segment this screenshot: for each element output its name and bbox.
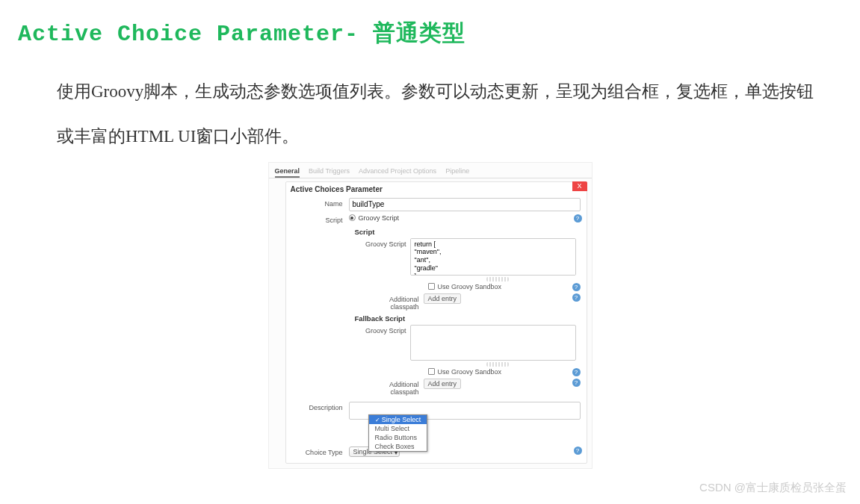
page-heading: Active Choice Parameter- 普通类型: [0, 0, 860, 49]
groovy-script-label: Groovy Script: [364, 238, 411, 248]
fallback-groovy-label: Groovy Script: [364, 325, 411, 335]
dropdown-option-check-boxes[interactable]: Check Boxes: [369, 442, 427, 451]
fallback-script-textarea[interactable]: [410, 325, 575, 361]
sandbox-label: Use Groovy Sandbox: [438, 283, 502, 290]
help-icon[interactable]: ?: [574, 447, 582, 455]
dropdown-option-radio-buttons[interactable]: Radio Buttons: [369, 433, 427, 442]
close-button[interactable]: X: [572, 181, 587, 191]
panel-title: Active Choices Parameter: [286, 182, 587, 196]
intro-paragraph: 使用Groovy脚本，生成动态参数选项值列表。参数可以动态更新，呈现为组合框，复…: [0, 49, 860, 159]
groovy-script-textarea[interactable]: [410, 238, 575, 276]
help-icon[interactable]: ?: [572, 379, 581, 387]
fallback-add-entry-button[interactable]: Add entry: [424, 379, 462, 389]
help-icon[interactable]: ?: [572, 368, 581, 376]
active-choices-panel: X Active Choices Parameter Name Script G…: [285, 181, 587, 464]
add-entry-button[interactable]: Add entry: [424, 293, 462, 304]
radio-groovy-script[interactable]: [349, 214, 356, 221]
help-icon[interactable]: ?: [572, 283, 581, 291]
radio-groovy-label: Groovy Script: [359, 214, 400, 222]
fallback-sandbox-checkbox[interactable]: [428, 368, 435, 375]
dropdown-option-multi-select[interactable]: Multi Select: [369, 424, 427, 433]
help-icon[interactable]: ?: [572, 293, 581, 302]
description-label: Description: [292, 402, 349, 411]
tab-advanced-options[interactable]: Advanced Project Options: [359, 166, 436, 178]
choice-type-label: Choice Type: [292, 447, 349, 456]
choice-type-dropdown-list[interactable]: Single Select Multi Select Radio Buttons…: [368, 414, 428, 452]
config-tabs: General Build Triggers Advanced Project …: [269, 163, 592, 178]
name-input[interactable]: [349, 198, 581, 211]
tab-general[interactable]: General: [275, 166, 300, 178]
classpath-label: Additional classpath: [364, 293, 424, 311]
fallback-classpath-label: Additional classpath: [364, 379, 424, 396]
help-icon[interactable]: ?: [574, 214, 582, 223]
sandbox-checkbox[interactable]: [428, 283, 435, 290]
fallback-section-title: Fallback Script: [355, 312, 576, 323]
tab-build-triggers[interactable]: Build Triggers: [309, 166, 350, 178]
name-label: Name: [292, 198, 349, 208]
fallback-sandbox-label: Use Groovy Sandbox: [438, 368, 502, 376]
script-section-title: Script: [355, 225, 576, 237]
script-label: Script: [292, 214, 349, 224]
dropdown-option-single-select[interactable]: Single Select: [369, 415, 427, 424]
csdn-watermark: CSDN @富士康质检员张全蛋: [699, 481, 847, 495]
jenkins-config-screenshot: General Build Triggers Advanced Project …: [268, 162, 593, 469]
tab-pipeline[interactable]: Pipeline: [445, 166, 469, 178]
